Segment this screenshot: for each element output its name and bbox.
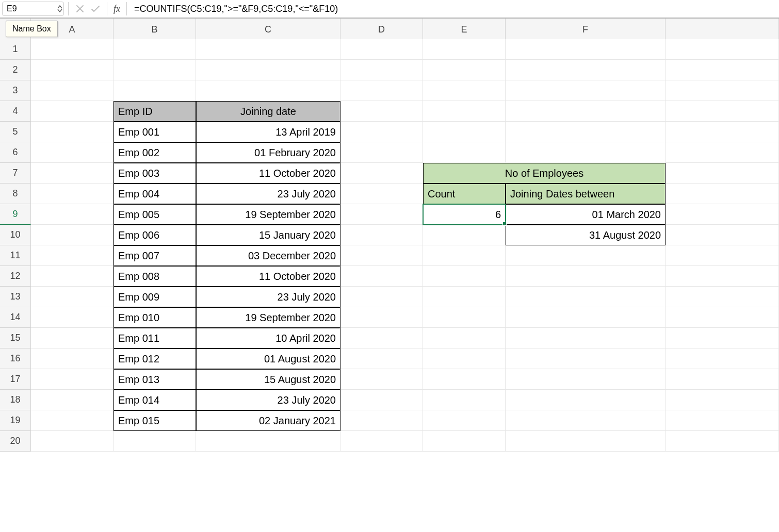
row-header-18[interactable]: 18 xyxy=(0,390,31,410)
cell-A19[interactable] xyxy=(31,410,113,431)
cell-C4[interactable]: Joining date xyxy=(196,101,340,122)
cell-F1[interactable] xyxy=(506,39,666,60)
cell-G14[interactable] xyxy=(666,307,779,328)
cell-E7-F7-merged[interactable]: No of Employees xyxy=(423,163,666,184)
cell-G3[interactable] xyxy=(666,80,779,101)
row-header-4[interactable]: 4 xyxy=(0,101,31,122)
cell-G6[interactable] xyxy=(666,142,779,163)
cell-E10[interactable] xyxy=(423,225,506,245)
row-header-1[interactable]: 1 xyxy=(0,39,31,60)
cell-D18[interactable] xyxy=(340,390,423,410)
cell-E4[interactable] xyxy=(423,101,506,122)
cell-E9[interactable]: 6 xyxy=(423,204,506,225)
cell-B15[interactable]: Emp 011 xyxy=(113,328,196,348)
cell-E11[interactable] xyxy=(423,245,506,266)
row-header-16[interactable]: 16 xyxy=(0,348,31,369)
cell-C6[interactable]: 01 February 2020 xyxy=(196,142,340,163)
cell-E19[interactable] xyxy=(423,410,506,431)
row-header-9[interactable]: 9 xyxy=(0,204,31,225)
cell-B6[interactable]: Emp 002 xyxy=(113,142,196,163)
col-header-E[interactable]: E xyxy=(423,19,506,41)
cell-C8[interactable]: 23 July 2020 xyxy=(196,184,340,204)
cell-A1[interactable] xyxy=(31,39,113,60)
row-header-17[interactable]: 17 xyxy=(0,369,31,390)
row-header-3[interactable]: 3 xyxy=(0,80,31,101)
cell-C12[interactable]: 11 October 2020 xyxy=(196,266,340,287)
cell-D17[interactable] xyxy=(340,369,423,390)
cell-B8[interactable]: Emp 004 xyxy=(113,184,196,204)
cell-A12[interactable] xyxy=(31,266,113,287)
cell-D8[interactable] xyxy=(340,184,423,204)
cell-D6[interactable] xyxy=(340,142,423,163)
row-header-13[interactable]: 13 xyxy=(0,287,31,307)
col-header-blank[interactable] xyxy=(666,19,779,41)
cell-A9[interactable] xyxy=(31,204,113,225)
row-header-10[interactable]: 10 xyxy=(0,225,31,245)
cell-F11[interactable] xyxy=(506,245,666,266)
cell-G13[interactable] xyxy=(666,287,779,307)
cell-F20[interactable] xyxy=(506,431,666,452)
cell-D5[interactable] xyxy=(340,122,423,142)
cell-A4[interactable] xyxy=(31,101,113,122)
cell-G10[interactable] xyxy=(666,225,779,245)
cell-A6[interactable] xyxy=(31,142,113,163)
cell-B19[interactable]: Emp 015 xyxy=(113,410,196,431)
cell-A11[interactable] xyxy=(31,245,113,266)
cell-G7[interactable] xyxy=(666,163,779,184)
cell-B10[interactable]: Emp 006 xyxy=(113,225,196,245)
cell-F19[interactable] xyxy=(506,410,666,431)
cell-D13[interactable] xyxy=(340,287,423,307)
cell-F10[interactable]: 31 August 2020 xyxy=(506,225,666,245)
cell-C5[interactable]: 13 April 2019 xyxy=(196,122,340,142)
cell-E3[interactable] xyxy=(423,80,506,101)
cell-F3[interactable] xyxy=(506,80,666,101)
cell-C20[interactable] xyxy=(196,431,340,452)
cell-C10[interactable]: 15 January 2020 xyxy=(196,225,340,245)
cell-G2[interactable] xyxy=(666,60,779,80)
col-header-B[interactable]: B xyxy=(113,19,196,41)
cell-F14[interactable] xyxy=(506,307,666,328)
cell-E8[interactable]: Count xyxy=(423,184,506,204)
cell-F17[interactable] xyxy=(506,369,666,390)
cell-C13[interactable]: 23 July 2020 xyxy=(196,287,340,307)
cell-B9[interactable]: Emp 005 xyxy=(113,204,196,225)
cell-A13[interactable] xyxy=(31,287,113,307)
cell-G18[interactable] xyxy=(666,390,779,410)
cell-F13[interactable] xyxy=(506,287,666,307)
cell-A2[interactable] xyxy=(31,60,113,80)
cell-C19[interactable]: 02 January 2021 xyxy=(196,410,340,431)
cell-F8[interactable]: Joining Dates between xyxy=(506,184,666,204)
row-header-19[interactable]: 19 xyxy=(0,410,31,431)
cell-E5[interactable] xyxy=(423,122,506,142)
cell-G16[interactable] xyxy=(666,348,779,369)
cell-C11[interactable]: 03 December 2020 xyxy=(196,245,340,266)
cell-E15[interactable] xyxy=(423,328,506,348)
row-header-2[interactable]: 2 xyxy=(0,60,31,80)
cell-G15[interactable] xyxy=(666,328,779,348)
cell-C16[interactable]: 01 August 2020 xyxy=(196,348,340,369)
cell-C2[interactable] xyxy=(196,60,340,80)
cell-B2[interactable] xyxy=(113,60,196,80)
cell-F18[interactable] xyxy=(506,390,666,410)
cell-E14[interactable] xyxy=(423,307,506,328)
cell-D7[interactable] xyxy=(340,163,423,184)
cell-F12[interactable] xyxy=(506,266,666,287)
cell-A3[interactable] xyxy=(31,80,113,101)
cell-G20[interactable] xyxy=(666,431,779,452)
cell-B5[interactable]: Emp 001 xyxy=(113,122,196,142)
cell-F16[interactable] xyxy=(506,348,666,369)
row-header-14[interactable]: 14 xyxy=(0,307,31,328)
cell-A15[interactable] xyxy=(31,328,113,348)
cell-C18[interactable]: 23 July 2020 xyxy=(196,390,340,410)
cell-B12[interactable]: Emp 008 xyxy=(113,266,196,287)
cell-F5[interactable] xyxy=(506,122,666,142)
cell-F9[interactable]: 01 March 2020 xyxy=(506,204,666,225)
row-header-11[interactable]: 11 xyxy=(0,245,31,266)
cell-A18[interactable] xyxy=(31,390,113,410)
cell-G1[interactable] xyxy=(666,39,779,60)
row-header-15[interactable]: 15 xyxy=(0,328,31,348)
cell-F6[interactable] xyxy=(506,142,666,163)
cell-E20[interactable] xyxy=(423,431,506,452)
cell-G5[interactable] xyxy=(666,122,779,142)
cell-E13[interactable] xyxy=(423,287,506,307)
